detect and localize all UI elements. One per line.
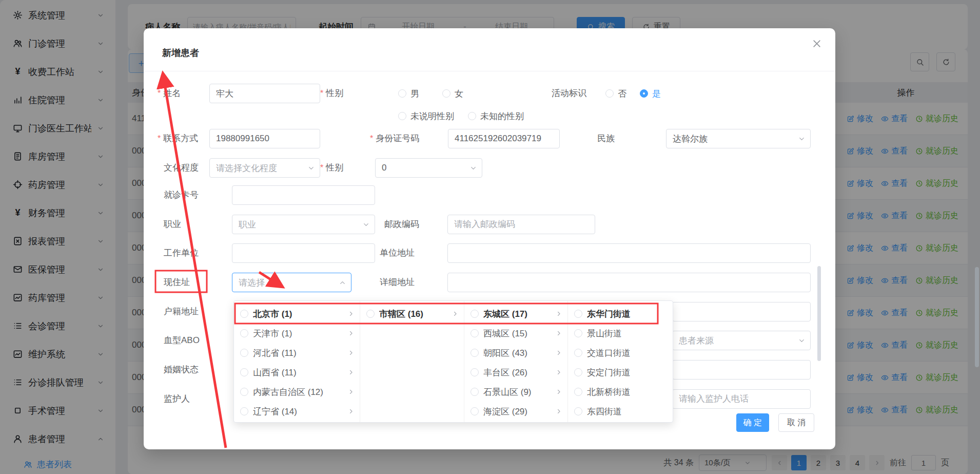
- radio-icon[interactable]: [240, 310, 248, 318]
- radio-icon[interactable]: [574, 407, 582, 415]
- cascader-option-label: 市辖区 (16): [379, 308, 447, 320]
- active-flag-radio-yes[interactable]: 是: [640, 84, 661, 103]
- visit-card-input[interactable]: [232, 185, 375, 205]
- radio-icon[interactable]: [240, 407, 248, 415]
- radio-icon[interactable]: [240, 329, 248, 337]
- chevron-right-icon: [555, 310, 562, 317]
- radio-icon[interactable]: [240, 388, 248, 396]
- cascader-option-label: 海淀区 (29): [483, 406, 551, 418]
- employer-input[interactable]: [232, 243, 375, 263]
- chevron-down-icon: [798, 135, 806, 143]
- cascader-option[interactable]: 东华门街道: [568, 304, 673, 324]
- radio-icon[interactable]: [240, 349, 248, 357]
- cascader-option[interactable]: 内蒙古自治区 (12): [234, 382, 360, 402]
- cascader-option[interactable]: 北新桥街道: [568, 382, 673, 402]
- radio-icon[interactable]: [366, 310, 375, 318]
- cascader-option-label: 朝阳区 (43): [483, 347, 551, 359]
- marital-status-right-input[interactable]: [672, 360, 811, 380]
- id-number-input[interactable]: [448, 129, 560, 148]
- education-label: 文化程度: [164, 158, 199, 178]
- gender-code-select[interactable]: 0: [375, 158, 482, 178]
- gender-radio-unknown[interactable]: 未知的性别: [468, 106, 524, 126]
- radio-icon: [398, 89, 406, 98]
- cascader-option-label: 辽宁省 (14): [253, 406, 343, 418]
- cascader-option[interactable]: 河北省 (11): [234, 343, 360, 363]
- name-input[interactable]: [209, 84, 320, 103]
- gender-radio-unspecified[interactable]: 未说明性别: [398, 106, 454, 126]
- radio-icon[interactable]: [471, 388, 479, 396]
- cascader-option[interactable]: 丰台区 (26): [464, 363, 567, 382]
- radio-icon: [605, 89, 614, 98]
- detail-address-input[interactable]: [447, 273, 811, 292]
- radio-icon[interactable]: [574, 388, 582, 396]
- chevron-down-icon: [362, 221, 370, 229]
- cascader-option-label: 交道口街道: [587, 347, 668, 359]
- patient-source-select[interactable]: 患者来源: [672, 331, 811, 350]
- active-flag-radio-no[interactable]: 否: [605, 84, 626, 103]
- radio-icon: [398, 112, 406, 120]
- page-scrollbar[interactable]: [975, 267, 979, 367]
- gender-radio-male[interactable]: 男: [398, 84, 419, 103]
- gender-label: 性别: [320, 84, 343, 103]
- cascader-column: 北京市 (1)天津市 (1)河北省 (11)山西省 (11)内蒙古自治区 (12…: [234, 301, 360, 422]
- close-icon[interactable]: [812, 39, 822, 49]
- cascader-option[interactable]: 石景山区 (9): [464, 382, 567, 402]
- cascader-option[interactable]: 西城区 (15): [464, 324, 567, 343]
- employer-address-input[interactable]: [447, 243, 811, 263]
- occupation-select[interactable]: 职业: [232, 215, 375, 234]
- cascader-option[interactable]: 朝阳区 (43): [464, 343, 567, 363]
- radio-icon[interactable]: [471, 368, 479, 376]
- cascader-option[interactable]: 北京市 (1): [234, 304, 360, 324]
- gender-radio-female[interactable]: 女: [442, 84, 463, 103]
- registered-address-label: 户籍地址: [164, 302, 199, 321]
- cascader-option-label: 东华门街道: [587, 308, 668, 320]
- cascader-option[interactable]: 海淀区 (29): [464, 402, 567, 421]
- cascader-option[interactable]: 东城区 (17): [464, 304, 567, 324]
- cascader-option-label: 东四街道: [587, 406, 668, 418]
- radio-icon[interactable]: [471, 407, 479, 415]
- radio-icon[interactable]: [240, 368, 248, 376]
- contact-input[interactable]: [209, 129, 320, 148]
- chevron-right-icon: [555, 369, 562, 376]
- radio-icon[interactable]: [471, 349, 479, 357]
- chevron-down-icon: [798, 337, 806, 345]
- radio-icon[interactable]: [574, 349, 582, 357]
- ethnicity-label: 民族: [597, 129, 615, 148]
- cascader-option[interactable]: 辽宁省 (14): [234, 402, 360, 421]
- cascader-option[interactable]: 安定门街道: [568, 363, 673, 382]
- ethnicity-select[interactable]: 达斡尔族: [666, 129, 811, 148]
- cascader-option-label: 天津市 (1): [253, 328, 343, 339]
- cascader-option[interactable]: 东四街道: [568, 402, 673, 421]
- cascader-option[interactable]: 市辖区 (16): [360, 304, 464, 324]
- postal-code-input[interactable]: [447, 215, 595, 234]
- cascader-option-label: 山西省 (11): [253, 367, 343, 378]
- cascader-option-label: 安定门街道: [587, 367, 668, 378]
- education-select[interactable]: 请选择文化程度: [209, 158, 320, 178]
- radio-icon[interactable]: [574, 368, 582, 376]
- cascader-option[interactable]: 山西省 (11): [234, 363, 360, 382]
- radio-icon[interactable]: [574, 310, 582, 318]
- cascader-option-label: 石景山区 (9): [483, 386, 551, 398]
- address-cascader-dropdown: 北京市 (1)天津市 (1)河北省 (11)山西省 (11)内蒙古自治区 (12…: [233, 300, 673, 423]
- modal-title: 新增患者: [162, 47, 199, 59]
- radio-icon[interactable]: [574, 329, 582, 337]
- radio-icon[interactable]: [471, 310, 479, 318]
- confirm-button[interactable]: 确 定: [736, 413, 769, 432]
- cancel-button[interactable]: 取 消: [778, 413, 814, 432]
- current-address-label: 现住址: [164, 273, 190, 292]
- cascader-column: 市辖区 (16): [360, 301, 464, 422]
- detail-address-label: 详细地址: [380, 273, 415, 292]
- cascader-option[interactable]: 天津市 (1): [234, 324, 360, 343]
- postal-code-label: 邮政编码: [384, 215, 419, 234]
- guardian-phone-input[interactable]: [672, 389, 811, 409]
- cascader-option[interactable]: 景山街道: [568, 324, 673, 343]
- chevron-right-icon: [555, 349, 562, 356]
- radio-icon[interactable]: [471, 329, 479, 337]
- contact-label: 联系方式: [158, 129, 198, 148]
- registered-address-right-input[interactable]: [672, 302, 811, 321]
- cascader-option-label: 景山街道: [587, 328, 668, 339]
- modal-scrollbar[interactable]: [817, 266, 821, 361]
- cascader-option-label: 内蒙古自治区 (12): [253, 386, 343, 398]
- cascader-option[interactable]: 交道口街道: [568, 343, 673, 363]
- current-address-cascader[interactable]: 请选择: [232, 273, 351, 292]
